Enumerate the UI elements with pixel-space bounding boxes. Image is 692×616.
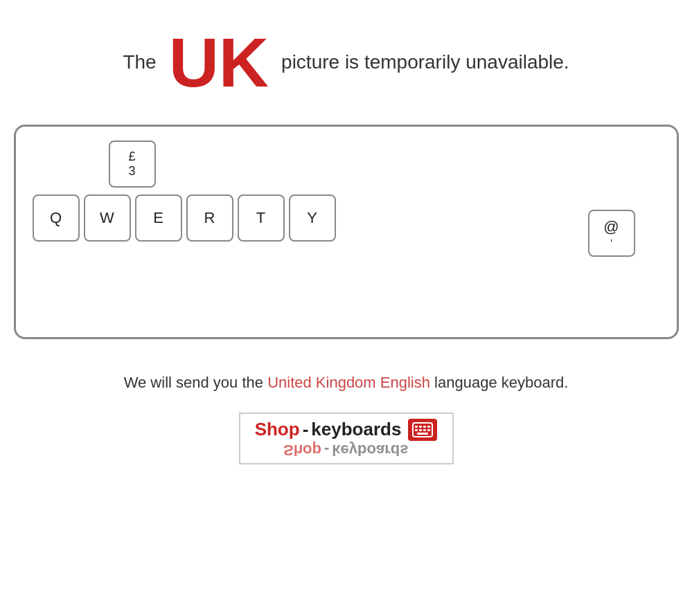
keyboard-main-row: Q W E R T Y <box>33 194 660 242</box>
logo-section: Shop - keyboards <box>239 413 454 464</box>
logo-shop: Shop <box>255 419 300 440</box>
keyboard-svg-icon <box>412 422 433 437</box>
keyboard-top-row: £ 3 <box>109 141 660 188</box>
logo-mirror-dash: - <box>324 441 329 459</box>
description-text: We will send you the United Kingdom Engl… <box>124 374 569 392</box>
svg-rect-3 <box>423 426 426 428</box>
svg-rect-6 <box>419 429 422 431</box>
key-r: R <box>186 194 233 242</box>
description-prefix: We will send you the <box>124 374 263 391</box>
logo-mirror-shop: Shop <box>283 441 321 459</box>
logo-top: Shop - keyboards <box>255 419 438 441</box>
key-y: Y <box>289 194 336 242</box>
keyboard-display: £ 3 Q W E R T Y @ ' <box>14 125 679 339</box>
svg-rect-2 <box>419 426 422 428</box>
key-t: T <box>238 194 285 242</box>
key-bottom-char: 3 <box>128 164 135 179</box>
key-at: @ ' <box>588 210 635 257</box>
key-top-char: £ <box>128 150 135 164</box>
svg-rect-5 <box>415 429 418 431</box>
svg-rect-7 <box>423 429 426 431</box>
logo-box: Shop - keyboards <box>239 413 454 464</box>
key-q: Q <box>33 194 80 242</box>
logo-mirror-keyboards: keyboards <box>332 441 409 459</box>
key-w: W <box>84 194 131 242</box>
description-highlight: United Kingdom English <box>267 374 430 391</box>
description-suffix: language keyboard. <box>434 374 568 391</box>
keyboard-icon <box>408 419 437 441</box>
svg-rect-9 <box>417 433 428 435</box>
title-uk: UK <box>169 28 269 97</box>
logo-dash: - <box>303 419 309 440</box>
key-e: E <box>135 194 182 242</box>
svg-rect-8 <box>427 429 430 431</box>
title-section: The UK picture is temporarily unavailabl… <box>123 28 569 97</box>
title-prefix: The <box>123 51 156 73</box>
svg-rect-4 <box>427 426 430 428</box>
logo-keyboards: keyboards <box>311 419 401 440</box>
page-container: The UK picture is temporarily unavailabl… <box>0 0 692 616</box>
key-pound-3: £ 3 <box>109 141 156 188</box>
svg-rect-1 <box>415 426 418 428</box>
logo-mirror: Shop - keyboards <box>283 441 408 459</box>
title-suffix: picture is temporarily unavailable. <box>281 51 569 73</box>
